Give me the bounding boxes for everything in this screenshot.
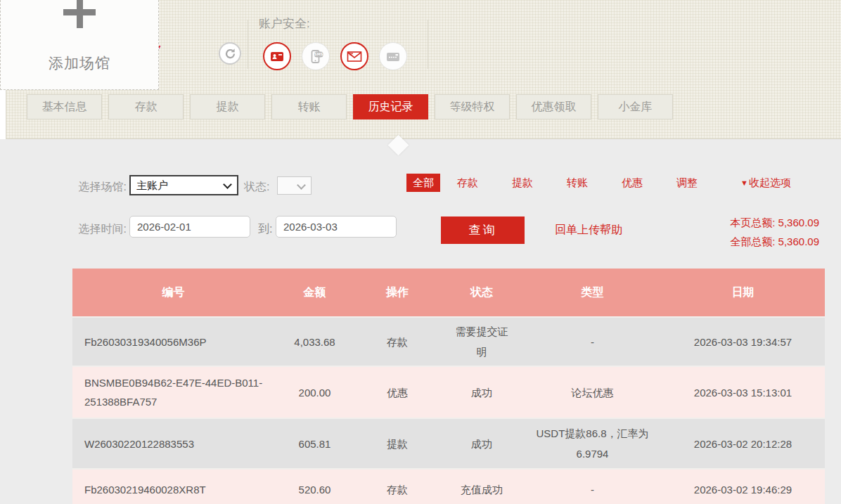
table-row[interactable]: BNSMBE0B94B62-E47E-44ED-B011-251388BFA75… (72, 366, 825, 418)
cell-id: Fb26030319340056M36P (72, 317, 274, 366)
cell-id: BNSMBE0B94B62-E47E-44ED-B011-251388BFA75… (72, 366, 274, 418)
collapse-options-link[interactable]: ▼收起选项 (740, 174, 791, 192)
filter-type-links: 存款提款转账优惠调整 (456, 174, 731, 192)
cell-type: 论坛优惠 (524, 366, 661, 418)
chevron-down-icon (297, 181, 306, 190)
cell-status: 需要提交证明 (439, 317, 524, 366)
history-table: 编号金额操作状态类型日期 Fb26030319340056M36P 4,033.… (72, 269, 825, 504)
filter-type-all[interactable]: 全部 (406, 174, 440, 192)
cell-type: - (524, 317, 661, 366)
account-tab[interactable]: 转账 (271, 94, 347, 119)
account-tab[interactable]: 存款 (108, 94, 184, 119)
divider (428, 20, 428, 69)
table-header-cell: 操作 (355, 269, 439, 317)
table-header-cell: 日期 (661, 269, 825, 317)
cell-action: 提款 (355, 418, 439, 469)
select-venue-label: 选择场馆: (70, 180, 127, 195)
filter-type-link[interactable]: 调整 (676, 174, 698, 192)
filter-type-link[interactable]: 转账 (566, 174, 589, 192)
id-card-icon[interactable] (263, 42, 291, 70)
bank-card-icon[interactable] (379, 42, 407, 70)
filter-type-link[interactable]: 存款 (456, 174, 479, 192)
cell-amount: 200.00 (274, 366, 355, 418)
add-venue-label: 添加场馆 (1, 53, 158, 73)
venue-select[interactable]: 主账户 (129, 175, 238, 195)
cell-action: 存款 (355, 317, 439, 366)
svg-text:SMS: SMS (314, 52, 323, 56)
divider (248, 20, 248, 69)
table-header-cell: 类型 (524, 269, 661, 317)
add-venue-card[interactable]: 添加场馆 (0, 0, 159, 90)
cell-id: W26030220122883553 (72, 418, 274, 469)
filter-type-link[interactable]: 优惠 (621, 174, 643, 192)
receipt-upload-help-link[interactable]: 回单上传帮助 (555, 223, 622, 238)
account-tab[interactable]: 基本信息 (27, 94, 102, 119)
filter-type-link[interactable]: 提款 (511, 174, 534, 192)
account-tab[interactable]: 小金库 (598, 94, 673, 119)
account-tab[interactable]: 历史记录 (353, 94, 428, 119)
security-icons: SMS (263, 42, 407, 70)
account-tab[interactable]: 优惠领取 (516, 94, 591, 119)
cell-type: - (524, 469, 661, 504)
page-total: 本页总额: 5,360.09 (730, 213, 819, 232)
cell-amount: 605.81 (274, 418, 355, 469)
account-tab[interactable]: 提款 (190, 94, 265, 119)
status-select[interactable] (277, 176, 312, 195)
table-row[interactable]: Fb26030219460028XR8T 520.60 存款 充值成功 - 20… (72, 469, 825, 504)
table-header-cell: 金额 (274, 269, 355, 317)
cell-date: 2026-03-03 19:34:57 (661, 317, 825, 366)
refresh-balance-button[interactable] (219, 42, 241, 65)
cell-status: 充值成功 (439, 469, 524, 504)
sms-phone-icon[interactable]: SMS (302, 42, 330, 70)
cell-action: 存款 (355, 469, 439, 504)
query-button[interactable]: 查询 (441, 217, 525, 244)
cell-type: USDT提款86.8，汇率为6.9794 (524, 418, 661, 469)
cell-action: 优惠 (355, 366, 439, 418)
cell-status: 成功 (439, 366, 524, 418)
triangle-down-icon: ▼ (740, 179, 748, 187)
select-time-label: 选择时间: (70, 222, 127, 237)
account-tab[interactable]: 等级特权 (435, 94, 510, 119)
table-row[interactable]: Fb26030319340056M36P 4,033.68 存款 需要提交证明 … (72, 317, 825, 366)
to-label: 到: (258, 222, 272, 237)
table-header-row: 编号金额操作状态类型日期 (72, 269, 825, 317)
totals: 本页总额: 5,360.09 全部总额: 5,360.09 (730, 213, 819, 251)
plus-icon (63, 9, 96, 15)
chevron-down-icon (223, 180, 232, 189)
refresh-icon (224, 48, 236, 60)
table-row[interactable]: W26030220122883553 605.81 提款 成功 USDT提款86… (72, 418, 825, 469)
cell-date: 2026-03-03 15:13:01 (661, 366, 825, 418)
venue-select-value: 主账户 (136, 179, 168, 191)
account-tabs: 基本信息存款提款转账历史记录等级特权优惠领取小金库 (27, 94, 673, 119)
email-icon[interactable] (340, 42, 368, 70)
collapse-options-label: 收起选项 (749, 176, 791, 188)
table-body: Fb26030319340056M36P 4,033.68 存款 需要提交证明 … (72, 317, 825, 504)
cell-id: Fb26030219460028XR8T (72, 469, 274, 504)
all-total: 全部总额: 5,360.09 (730, 232, 819, 251)
date-from-input[interactable]: 2026-02-01 (129, 216, 250, 238)
cell-amount: 520.60 (274, 469, 355, 504)
table-header-cell: 编号 (72, 269, 274, 317)
date-to-input[interactable]: 2026-03-03 (276, 216, 397, 238)
account-security-label: 账户安全: (259, 15, 310, 32)
status-label: 状态: (244, 180, 269, 195)
cell-date: 2026-03-02 19:46:29 (661, 469, 825, 504)
account-history-page: ¥ 主账户: 4,034.47 账户安全: SMS (0, 0, 841, 504)
cell-amount: 4,033.68 (274, 317, 355, 366)
cell-date: 2026-03-02 20:12:28 (661, 418, 825, 469)
cell-status: 成功 (439, 418, 524, 469)
table-header-cell: 状态 (439, 269, 524, 317)
